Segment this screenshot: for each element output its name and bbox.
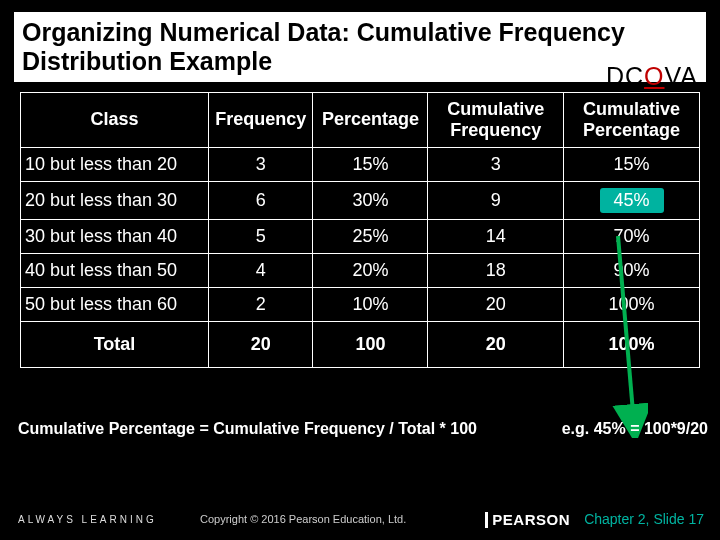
- frequency-table: Class Frequency Percentage Cumulative Fr…: [20, 92, 700, 368]
- cell-class: 20 but less than 30: [21, 181, 209, 219]
- cell-class: 50 but less than 60: [21, 287, 209, 321]
- col-frequency: Frequency: [209, 92, 313, 147]
- cell-cpct: 15%: [564, 147, 700, 181]
- cell-cfreq: 18: [428, 253, 564, 287]
- cell-total-label: Total: [21, 321, 209, 367]
- cell-total-pct: 100: [313, 321, 428, 367]
- cell-class: 10 but less than 20: [21, 147, 209, 181]
- pearson-logo: PEARSON: [485, 511, 570, 528]
- pearson-text: PEARSON: [492, 511, 570, 528]
- table-row: 40 but less than 50420%1890%: [21, 253, 700, 287]
- col-class: Class: [21, 92, 209, 147]
- cell-cfreq: 9: [428, 181, 564, 219]
- pearson-bar-icon: [485, 512, 488, 528]
- table-header-row: Class Frequency Percentage Cumulative Fr…: [21, 92, 700, 147]
- cell-pct: 25%: [313, 219, 428, 253]
- cell-pct: 20%: [313, 253, 428, 287]
- highlight-badge: 45%: [600, 188, 664, 213]
- table-total-row: Total2010020100%: [21, 321, 700, 367]
- cell-total-cfreq: 20: [428, 321, 564, 367]
- formula-row: Cumulative Percentage = Cumulative Frequ…: [18, 420, 708, 438]
- cell-freq: 5: [209, 219, 313, 253]
- table-row: 30 but less than 40525%1470%: [21, 219, 700, 253]
- dcova-post: VA: [665, 62, 699, 90]
- dcova-hot: O: [644, 62, 664, 90]
- col-cum-pct: Cumulative Percentage: [564, 92, 700, 147]
- dcova-pre: DC: [606, 62, 644, 90]
- cell-freq: 6: [209, 181, 313, 219]
- cell-total-freq: 20: [209, 321, 313, 367]
- formula-text: Cumulative Percentage = Cumulative Frequ…: [18, 420, 477, 438]
- chapter-label: Chapter 2, Slide 17: [584, 511, 704, 527]
- always-learning: ALWAYS LEARNING: [18, 514, 157, 525]
- slide-title: Organizing Numerical Data: Cumulative Fr…: [22, 18, 698, 76]
- table-row: 10 but less than 20315%315%: [21, 147, 700, 181]
- cell-pct: 30%: [313, 181, 428, 219]
- cell-cfreq: 3: [428, 147, 564, 181]
- cell-pct: 10%: [313, 287, 428, 321]
- formula-example: e.g. 45% = 100*9/20: [562, 420, 708, 438]
- cell-cpct: 100%: [564, 287, 700, 321]
- table-row: 50 but less than 60210%20100%: [21, 287, 700, 321]
- cell-cpct: 70%: [564, 219, 700, 253]
- cell-total-cpct: 100%: [564, 321, 700, 367]
- col-cum-freq: Cumulative Frequency: [428, 92, 564, 147]
- cell-freq: 2: [209, 287, 313, 321]
- cell-freq: 3: [209, 147, 313, 181]
- col-percentage: Percentage: [313, 92, 428, 147]
- cell-cpct: 90%: [564, 253, 700, 287]
- title-area: Organizing Numerical Data: Cumulative Fr…: [14, 12, 706, 82]
- cell-freq: 4: [209, 253, 313, 287]
- dcova-tag: DCOVA: [606, 62, 698, 91]
- footer: ALWAYS LEARNING Copyright © 2016 Pearson…: [0, 498, 720, 540]
- cell-cfreq: 20: [428, 287, 564, 321]
- copyright: Copyright © 2016 Pearson Education, Ltd.: [200, 513, 406, 525]
- cell-pct: 15%: [313, 147, 428, 181]
- cell-cpct: 45%: [564, 181, 700, 219]
- cell-cfreq: 14: [428, 219, 564, 253]
- cell-class: 40 but less than 50: [21, 253, 209, 287]
- cell-class: 30 but less than 40: [21, 219, 209, 253]
- table-row: 20 but less than 30630%945%: [21, 181, 700, 219]
